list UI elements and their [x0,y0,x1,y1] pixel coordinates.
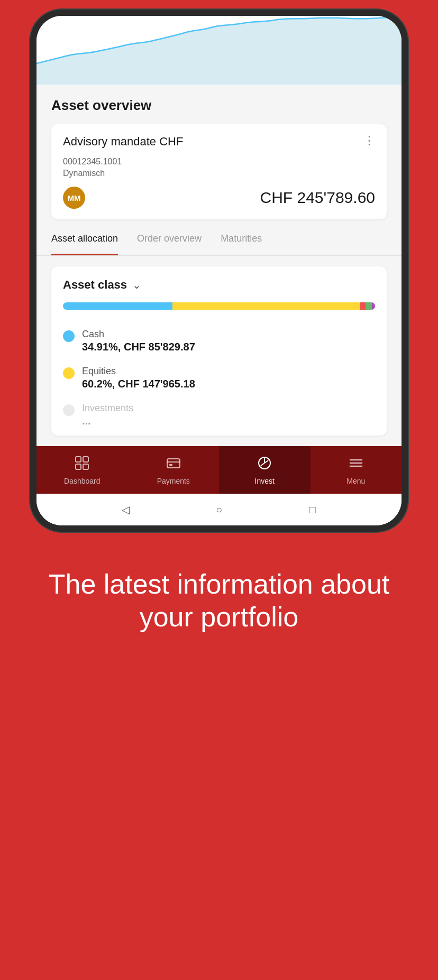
balance-amount: CHF 245'789.60 [260,189,375,207]
asset-overview-title: Asset overview [51,97,387,114]
equities-color-dot [63,367,75,379]
svg-rect-6 [169,464,172,466]
back-button[interactable]: ◁ [118,502,133,517]
invest-icon [257,455,272,474]
chevron-down-icon: ⌄ [132,279,141,291]
dashboard-label: Dashboard [64,477,101,485]
content-area: Asset class ⌄ Cash 34.91%, CHF 85 [36,256,402,446]
bar-other1 [360,302,366,310]
asset-class-card: Asset class ⌄ Cash 34.91%, CHF 85 [51,266,387,436]
card-title: Advisory mandate CHF [63,135,183,149]
svg-rect-1 [83,457,88,462]
phone-frame: Asset overview Advisory mandate CHF ⋮ 00… [36,16,402,525]
nav-dashboard[interactable]: Dashboard [36,446,128,494]
svg-rect-4 [167,459,180,468]
avatar: MM [63,187,85,209]
equities-value: 60.2%, CHF 147'965.18 [82,378,195,390]
nav-menu[interactable]: Menu [311,446,402,494]
more-options-icon[interactable]: ⋮ [363,135,375,146]
recent-apps-button[interactable]: □ [305,502,320,517]
asset-item-equities: Equities 60.2%, CHF 147'965.18 [63,359,375,396]
bottom-nav: Dashboard Payments [36,446,402,494]
tab-maturities[interactable]: Maturities [221,224,262,255]
equities-info: Equities 60.2%, CHF 147'965.18 [82,366,195,390]
equities-label: Equities [82,366,195,377]
dashboard-icon [74,455,90,474]
svg-rect-2 [76,464,81,469]
bar-equities [172,302,360,310]
cash-label: Cash [82,329,195,340]
payments-label: Payments [157,477,190,485]
cash-color-dot [63,330,75,342]
page-container: Asset overview Advisory mandate CHF ⋮ 00… [0,0,438,665]
promo-text: The latest information about your portfo… [21,568,417,634]
payments-icon [166,455,181,474]
nav-invest[interactable]: Invest [219,446,311,494]
asset-item-partial: Investments ... [63,396,375,436]
menu-label: Menu [346,477,365,485]
account-number: 00012345.1001 [63,157,375,167]
svg-rect-3 [83,464,88,469]
partial-color-dot [63,404,75,416]
menu-icon [348,455,364,474]
card-header: Advisory mandate CHF ⋮ [63,135,375,149]
bar-other2 [366,302,372,310]
tabs-bar: Asset allocation Order overview Maturiti… [36,224,402,256]
account-card: Advisory mandate CHF ⋮ 00012345.1001 Dyn… [51,124,387,219]
svg-rect-0 [76,457,81,462]
asset-class-header[interactable]: Asset class ⌄ [63,278,375,292]
cash-info: Cash 34.91%, CHF 85'829.87 [82,329,195,353]
asset-class-label: Asset class [63,278,127,292]
tab-asset-allocation[interactable]: Asset allocation [51,224,118,255]
tab-order-overview[interactable]: Order overview [137,224,202,255]
chart-area [36,16,402,85]
card-bottom: MM CHF 245'789.60 [63,187,375,209]
account-type: Dynamisch [63,169,375,178]
asset-overview-section: Asset overview Advisory mandate CHF ⋮ 00… [36,85,402,219]
home-button[interactable]: ○ [212,502,226,517]
asset-item-cash: Cash 34.91%, CHF 85'829.87 [63,322,375,359]
bar-other3 [372,302,375,310]
bar-cash [63,302,172,310]
partial-info: Investments ... [82,403,133,427]
partial-label: Investments [82,403,133,414]
android-nav-bar: ◁ ○ □ [36,494,402,525]
allocation-bar [63,302,375,310]
promo-section: The latest information about your portfo… [0,525,438,665]
cash-value: 34.91%, CHF 85'829.87 [82,341,195,353]
nav-payments[interactable]: Payments [128,446,220,494]
invest-label: Invest [255,477,275,485]
partial-value: ... [82,415,133,427]
